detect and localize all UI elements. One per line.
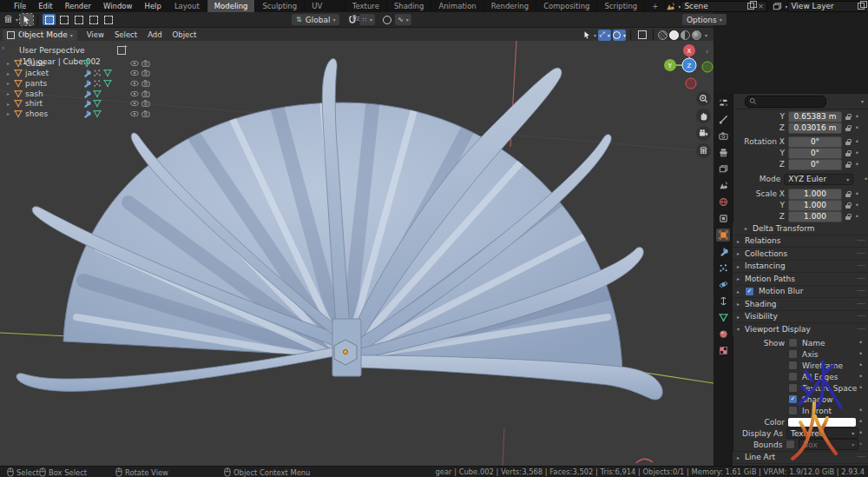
properties-editor-type-button[interactable] [716, 96, 730, 109]
tab-modifiers[interactable] [716, 245, 730, 258]
animate-dot[interactable]: • [855, 213, 859, 221]
workspace-tab-add[interactable]: + [645, 0, 666, 12]
selectability-dropdown[interactable]: ▾ [582, 30, 596, 41]
workspace-tab-texture-paint[interactable]: Texture Paint [345, 0, 387, 12]
section-instancing[interactable]: ▸Instancing┄┄ [733, 260, 868, 273]
animate-dot[interactable]: • [855, 190, 859, 198]
lock-icon[interactable] [845, 124, 852, 132]
section-visibility[interactable]: ▸Visibility┄┄ [733, 310, 868, 323]
zoom-button[interactable] [696, 91, 711, 106]
snap-toggle-button[interactable] [345, 14, 358, 25]
camera-visibility-icon[interactable] [141, 109, 150, 118]
transform-orientation-dropdown[interactable]: ⇅ Global▾ [292, 14, 339, 25]
workspace-tab-uv-editing[interactable]: UV Editing [305, 0, 345, 12]
expand-icon[interactable]: ▸ [7, 60, 14, 66]
eye-icon[interactable] [130, 69, 139, 77]
pan-button[interactable] [696, 109, 711, 123]
vd-all-edges-checkbox[interactable]: ✓ [788, 372, 798, 381]
gizmos-toggle[interactable]: ⤢▾ [598, 30, 611, 41]
animate-dot[interactable]: • [855, 161, 859, 169]
animate-dot[interactable]: • [864, 176, 868, 183]
vd-name-checkbox[interactable]: ✓ [788, 338, 798, 348]
shading-dropdown-chevron[interactable]: ▾ [705, 32, 707, 38]
vd-shadow-checkbox[interactable]: ✓ [788, 394, 798, 404]
vd-wireframe-checkbox[interactable]: ✓ [788, 361, 798, 370]
workspace-tab-sculpting[interactable]: Sculpting [255, 0, 305, 12]
menu-window[interactable]: Window [97, 2, 139, 10]
vd-texture-space-checkbox[interactable]: ✓ [788, 383, 798, 393]
animate-dot[interactable]: • [858, 373, 863, 381]
animate-dot[interactable]: • [858, 384, 863, 392]
animate-dot[interactable]: • [855, 202, 859, 209]
toolbar-expand-arrow[interactable]: › [2, 44, 4, 52]
editor-type-button[interactable]: ▾ [3, 14, 18, 25]
mode-selector[interactable]: Object Mode▾ [3, 30, 77, 41]
select-mode-subtract-button[interactable] [72, 14, 85, 25]
outliner-row-pants[interactable]: ▸ pants [0, 78, 155, 89]
view-layer-name-field[interactable]: View Layer × [787, 1, 868, 12]
tab-render[interactable] [716, 129, 730, 142]
eye-icon[interactable] [130, 109, 139, 118]
section-motion-blur[interactable]: ▸✓Motion Blur┄┄ [733, 285, 868, 298]
lock-icon[interactable] [845, 113, 852, 121]
tab-particles[interactable] [716, 262, 730, 275]
overlays-toggle[interactable]: ▾ [613, 30, 626, 41]
animate-dot[interactable]: • [858, 339, 863, 347]
view-layer-new-icon[interactable] [858, 3, 865, 10]
tab-tool[interactable] [716, 113, 730, 126]
menu-help[interactable]: Help [138, 2, 167, 10]
xray-toggle[interactable] [635, 30, 648, 41]
snap-settings-dropdown[interactable]: ∷▾ [359, 14, 374, 25]
properties-search-input[interactable] [745, 96, 826, 108]
viewport-menu-view[interactable]: View [82, 30, 109, 39]
vd-bounds-dropdown[interactable]: Box▾ [799, 439, 858, 450]
animate-dot[interactable]: • [855, 138, 859, 146]
perspective-toggle-button[interactable] [696, 143, 711, 158]
options-dropdown[interactable]: Options▾ [682, 14, 727, 25]
workspace-tab-layout[interactable]: Layout [168, 0, 207, 12]
tab-object-data[interactable] [716, 311, 730, 324]
rotation-z-field[interactable]: 0° [788, 159, 842, 170]
tab-material[interactable] [716, 328, 730, 341]
section-relations[interactable]: ▸Relations┄┄ [733, 235, 868, 248]
shading-rendered-button[interactable] [692, 30, 701, 40]
menu-render[interactable]: Render [59, 2, 97, 10]
camera-visibility-icon[interactable] [141, 59, 150, 68]
expand-icon[interactable]: ▸ [7, 101, 14, 107]
lock-icon[interactable] [845, 202, 852, 209]
lock-icon[interactable] [845, 213, 852, 221]
animate-dot[interactable]: • [855, 124, 859, 132]
vd-in-front-checkbox[interactable]: ✓ [788, 406, 798, 415]
expand-icon[interactable]: ▸ [7, 110, 14, 116]
vd-axis-checkbox[interactable]: ✓ [788, 349, 798, 359]
scene-name-field[interactable]: Scene × [681, 1, 767, 12]
animate-dot[interactable]: • [855, 149, 859, 157]
select-mode-set-button[interactable] [43, 14, 56, 25]
section-viewport-display[interactable]: ▾Viewport Display┄┄ [733, 322, 868, 335]
section-delta-transform[interactable]: ▸Delta Transform [733, 222, 868, 235]
tab-physics[interactable] [716, 278, 730, 291]
section-line-art[interactable]: ▸Line Art┄┄ [733, 451, 868, 464]
eye-icon[interactable] [130, 89, 139, 98]
scene-unlink-icon[interactable]: × [758, 2, 765, 10]
shading-solid-button[interactable] [669, 30, 679, 40]
rotation-mode-dropdown[interactable]: XYZ Euler▾ [784, 174, 853, 185]
section-collections[interactable]: ▸Collections┄┄ [733, 247, 868, 260]
eye-icon[interactable] [130, 59, 139, 68]
workspace-tab-rendering[interactable]: Rendering [484, 0, 536, 12]
viewport-menu-object[interactable]: Object [168, 30, 202, 39]
animate-dot[interactable]: • [858, 407, 863, 414]
viewport-menu-add[interactable]: Add [142, 30, 167, 39]
outliner-row-sash[interactable]: ▸ sash [0, 89, 155, 99]
rotation-y-field[interactable]: 0° [788, 148, 842, 159]
vd-bounds-checkbox[interactable]: ✓ [786, 440, 795, 449]
camera-visibility-icon[interactable] [141, 89, 150, 98]
scale-z-field[interactable]: 1.000 [788, 211, 842, 222]
motion-blur-checkbox[interactable]: ✓ [745, 287, 754, 296]
proportional-falloff-dropdown[interactable]: ∿▾ [395, 14, 411, 25]
eye-icon[interactable] [130, 79, 139, 88]
eye-icon[interactable] [130, 99, 139, 108]
camera-visibility-icon[interactable] [141, 99, 150, 108]
scene-new-icon[interactable] [747, 3, 754, 10]
animate-dot[interactable]: • [858, 418, 863, 426]
